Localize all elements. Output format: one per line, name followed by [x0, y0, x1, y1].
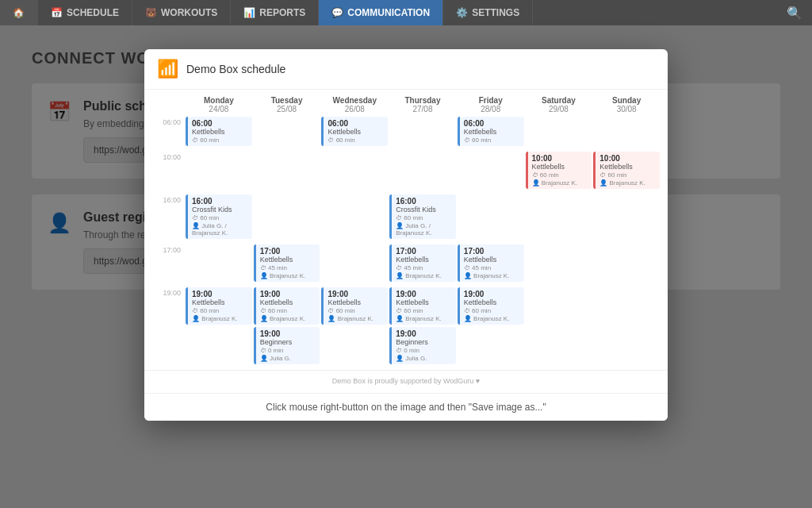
- class-card[interactable]: 06:00 Kettlebells ⏱ 60 min: [458, 117, 524, 146]
- cell-tue-1700: 17:00 Kettlebells ⏱ 45 min 👤 Brajanusz K…: [254, 244, 320, 284]
- cell-thu-1900: 19:00 Kettlebells ⏱ 60 min 👤 Brajanusz K…: [389, 287, 456, 367]
- day-header-friday: Friday 28/08: [458, 96, 524, 114]
- cell-thu-1600: 16:00 Crossfit Kids ⏱ 60 min 👤 Julia G. …: [389, 194, 456, 241]
- cell-tue-0600: [254, 117, 320, 148]
- cell-sat-1700: [526, 244, 592, 284]
- cell-mon-0600: 06:00 Kettlebells ⏱ 60 min: [186, 117, 252, 148]
- cell-fri-0600: 06:00 Kettlebells ⏱ 60 min: [458, 117, 524, 148]
- modal-title: Demo Box schedule: [186, 63, 285, 75]
- nav-communication[interactable]: 💬 COMMUNICATION: [319, 0, 443, 25]
- class-card[interactable]: 19:00 Beginners ⏱ 0 min 👤 Julia G.: [254, 327, 320, 364]
- day-header-monday: Monday 24/08: [186, 96, 252, 114]
- class-card[interactable]: 19:00 Kettlebells ⏱ 60 min 👤 Brajanusz K…: [389, 287, 456, 325]
- nav-workouts[interactable]: 🐻 WORKOUTS: [132, 0, 231, 25]
- cell-sat-1600: [526, 194, 592, 241]
- cell-wed-1900: 19:00 Kettlebells ⏱ 60 min 👤 Brajanusz K…: [321, 287, 388, 367]
- cell-mon-1000: [186, 152, 252, 191]
- cell-sun-1700: [593, 244, 660, 284]
- time-row-1900: 19:00 19:00 Kettlebells ⏱ 60 min 👤 Braja…: [152, 287, 660, 367]
- cell-sun-1000: 10:00 Kettlebells ⏱ 60 min 👤 Brajanusz K…: [593, 152, 660, 191]
- modal-footer: Demo Box is proudly supported by WodGuru…: [144, 370, 668, 393]
- modal-header: 📶 Demo Box schedule: [144, 49, 668, 90]
- modal-overlay: 📶 Demo Box schedule Monday 24/08 Tuesday…: [0, 25, 812, 508]
- calendar-container[interactable]: Monday 24/08 Tuesday 25/08 Wednesday 26/…: [144, 90, 668, 370]
- time-label-1600: 16:00: [152, 194, 184, 241]
- cell-mon-1600: 16:00 Crossfit Kids ⏱ 60 min 👤 Julia G. …: [186, 194, 252, 241]
- time-label-0600: 06:00: [152, 117, 184, 148]
- cell-sun-1600: [593, 194, 660, 241]
- cell-sun-1900: [593, 287, 660, 367]
- schedule-modal: 📶 Demo Box schedule Monday 24/08 Tuesday…: [144, 49, 668, 421]
- footer-text: Demo Box is proudly supported by WodGuru…: [332, 377, 480, 385]
- settings-icon: ⚙️: [456, 7, 468, 18]
- communication-icon: 💬: [331, 7, 343, 18]
- calendar-days-header: Monday 24/08 Tuesday 25/08 Wednesday 26/…: [152, 90, 660, 117]
- class-card[interactable]: 19:00 Kettlebells ⏱ 60 min 👤 Brajanusz K…: [458, 287, 524, 325]
- cell-wed-1600: [321, 194, 388, 241]
- class-card[interactable]: 19:00 Kettlebells ⏱ 60 min 👤 Brajanusz K…: [186, 287, 252, 325]
- class-card[interactable]: 16:00 Crossfit Kids ⏱ 60 min 👤 Julia G. …: [389, 194, 456, 239]
- cell-tue-1000: [254, 152, 320, 191]
- day-header-wednesday: Wednesday 26/08: [321, 96, 388, 114]
- top-nav: 🏠 📅 SCHEDULE 🐻 WORKOUTS 📊 REPORTS 💬 COMM…: [0, 0, 812, 25]
- class-card[interactable]: 17:00 Kettlebells ⏱ 45 min 👤 Brajanusz K…: [389, 244, 456, 282]
- time-label-1000: 10:00: [152, 152, 184, 191]
- cell-fri-1000: [458, 152, 524, 191]
- class-card[interactable]: 19:00 Kettlebells ⏱ 60 min 👤 Brajanusz K…: [321, 287, 388, 325]
- schedule-icon: 📅: [51, 7, 63, 18]
- day-header-tuesday: Tuesday 25/08: [254, 96, 320, 114]
- cell-tue-1900: 19:00 Kettlebells ⏱ 60 min 👤 Brajanusz K…: [254, 287, 320, 367]
- time-row-1700: 17:00 17:00 Kettlebells ⏱ 45 min 👤 Braja…: [152, 244, 660, 284]
- instruction-text: Click mouse right-button on the image an…: [266, 402, 546, 413]
- cell-thu-1000: [389, 152, 456, 191]
- home-icon: 🏠: [13, 7, 25, 18]
- day-header-thursday: Thursday 27/08: [389, 96, 456, 114]
- time-label-1700: 17:00: [152, 244, 184, 284]
- cell-wed-1700: [321, 244, 388, 284]
- cell-tue-1600: [254, 194, 320, 241]
- nav-home[interactable]: 🏠: [0, 0, 38, 25]
- cell-wed-1000: [321, 152, 388, 191]
- cell-sat-0600: [526, 117, 592, 148]
- time-row-1000: 10:00 10:00 Kettlebells ⏱ 60 min 👤 Braja…: [152, 152, 660, 191]
- nav-settings[interactable]: ⚙️ SETTINGS: [443, 0, 533, 25]
- instruction-bar: Click mouse right-button on the image an…: [144, 393, 668, 421]
- workouts-icon: 🐻: [145, 7, 157, 18]
- time-row-0600: 06:00 06:00 Kettlebells ⏱ 60 min 06:00 K…: [152, 117, 660, 148]
- class-card[interactable]: 19:00 Kettlebells ⏱ 60 min 👤 Brajanusz K…: [254, 287, 320, 325]
- search-icon: 🔍: [787, 6, 802, 21]
- time-label-1900: 19:00: [152, 287, 184, 367]
- cell-thu-1700: 17:00 Kettlebells ⏱ 45 min 👤 Brajanusz K…: [389, 244, 456, 284]
- cell-fri-1600: [458, 194, 524, 241]
- class-card[interactable]: 17:00 Kettlebells ⏱ 45 min 👤 Brajanusz K…: [458, 244, 524, 282]
- class-card[interactable]: 10:00 Kettlebells ⏱ 60 min 👤 Brajanusz K…: [526, 152, 592, 189]
- class-card[interactable]: 16:00 Crossfit Kids ⏱ 60 min 👤 Julia G. …: [186, 194, 252, 239]
- cell-thu-0600: [389, 117, 456, 148]
- cell-fri-1700: 17:00 Kettlebells ⏱ 45 min 👤 Brajanusz K…: [458, 244, 524, 284]
- class-card[interactable]: 10:00 Kettlebells ⏱ 60 min 👤 Brajanusz K…: [593, 152, 660, 189]
- cell-wed-0600: 06:00 Kettlebells ⏱ 60 min: [321, 117, 388, 148]
- class-card[interactable]: 17:00 Kettlebells ⏱ 45 min 👤 Brajanusz K…: [254, 244, 320, 282]
- search-button[interactable]: 🔍: [777, 0, 812, 25]
- cell-mon-1700: [186, 244, 252, 284]
- cell-mon-1900: 19:00 Kettlebells ⏱ 60 min 👤 Brajanusz K…: [186, 287, 252, 367]
- cell-sat-1900: [526, 287, 592, 367]
- class-card[interactable]: 06:00 Kettlebells ⏱ 60 min: [321, 117, 388, 146]
- wifi-icon: 📶: [157, 59, 178, 79]
- reports-icon: 📊: [243, 7, 255, 18]
- cell-fri-1900: 19:00 Kettlebells ⏱ 60 min 👤 Brajanusz K…: [458, 287, 524, 367]
- cell-sat-1000: 10:00 Kettlebells ⏱ 60 min 👤 Brajanusz K…: [526, 152, 592, 191]
- day-header-saturday: Saturday 29/08: [526, 96, 592, 114]
- day-header-sunday: Sunday 30/08: [593, 96, 660, 114]
- nav-reports[interactable]: 📊 REPORTS: [231, 0, 319, 25]
- class-card[interactable]: 19:00 Beginners ⏱ 0 min 👤 Julia G.: [389, 327, 456, 364]
- cell-sun-0600: [593, 117, 660, 148]
- nav-schedule[interactable]: 📅 SCHEDULE: [38, 0, 132, 25]
- time-row-1600: 16:00 16:00 Crossfit Kids ⏱ 60 min 👤 Jul…: [152, 194, 660, 241]
- class-card[interactable]: 06:00 Kettlebells ⏱ 60 min: [186, 117, 252, 146]
